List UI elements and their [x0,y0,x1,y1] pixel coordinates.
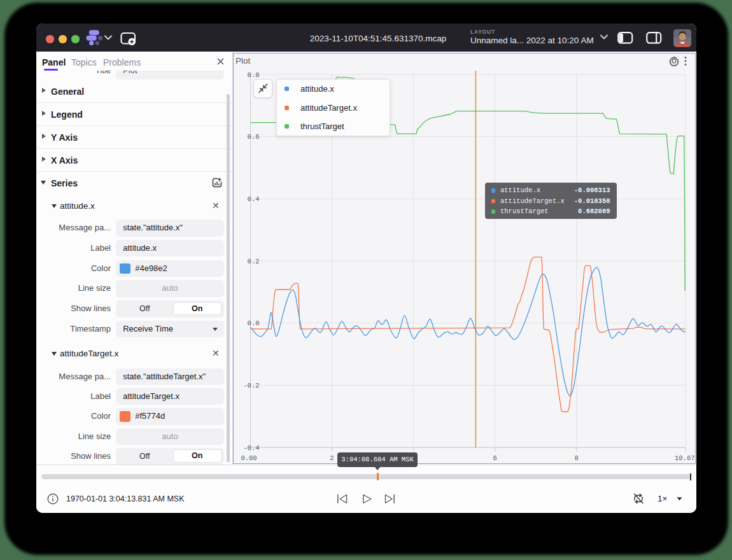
svg-text:0.2: 0.2 [247,258,259,265]
svg-text:-0.2: -0.2 [243,382,259,389]
svg-text:-0.4: -0.4 [243,444,259,452]
svg-text:6: 6 [493,454,496,462]
svg-text:0.0: 0.0 [247,319,259,327]
svg-text:0.00: 0.00 [241,454,257,462]
svg-text:0.6: 0.6 [247,133,259,141]
svg-text:0.4: 0.4 [247,195,259,203]
svg-text:10.67: 10.67 [674,454,694,462]
svg-text:0.8: 0.8 [247,71,259,79]
svg-text:2: 2 [330,454,334,462]
svg-text:8: 8 [574,454,578,462]
